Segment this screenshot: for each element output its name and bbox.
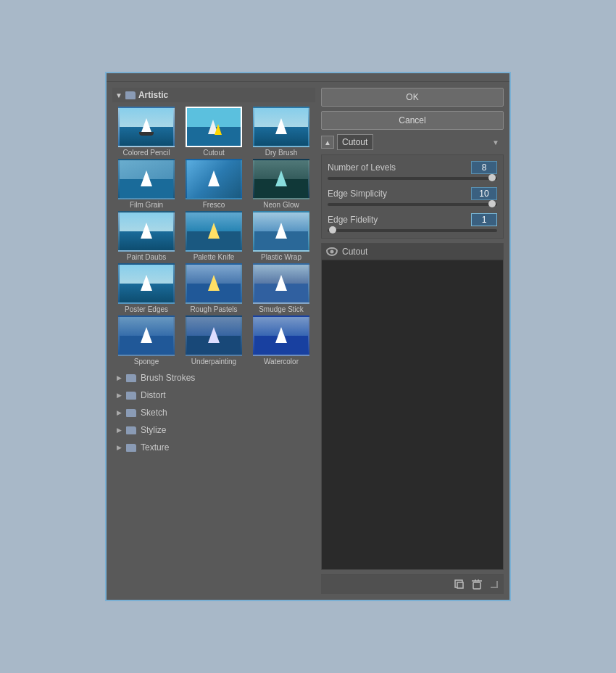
cancel-button[interactable]: Cancel	[321, 111, 504, 130]
edge-simplicity-label: Edge Simplicity	[328, 189, 387, 199]
edge-fidelity-slider-thumb[interactable]	[329, 226, 336, 234]
filter-thumb-film-grain[interactable]	[118, 159, 175, 199]
subcategory-sketch[interactable]: ▶ Sketch	[112, 405, 315, 421]
param-row-edge-fidelity: Edge Fidelity	[328, 213, 497, 232]
filter-item-rough-pastels[interactable]: Rough Pastels	[181, 263, 246, 313]
edge-fidelity-value[interactable]	[471, 213, 497, 226]
svg-rect-2	[473, 582, 480, 589]
levels-value[interactable]	[471, 161, 497, 174]
filter-item-paint-daubs[interactable]: Paint Daubs	[114, 211, 179, 261]
edge-simplicity-slider-track[interactable]	[328, 203, 497, 206]
subcategory-texture[interactable]: ▶ Texture	[112, 439, 315, 455]
texture-label: Texture	[141, 442, 169, 453]
filter-item-film-grain[interactable]: Film Grain	[114, 159, 179, 209]
resize-handle[interactable]	[491, 581, 498, 588]
filter-item-sponge[interactable]: Sponge	[114, 315, 179, 366]
delete-effect-layer-button[interactable]	[470, 578, 483, 591]
filter-gallery-dialog: ▼ Artistic Colored Pencil	[105, 72, 511, 601]
artistic-folder-icon	[125, 91, 136, 99]
filter-label-colored-pencil: Colored Pencil	[122, 149, 170, 157]
filter-thumb-smudge-stick[interactable]	[253, 263, 309, 304]
filter-label-paint-daubs: Paint Daubs	[127, 253, 166, 261]
filter-label-palette-knife: Palette Knife	[193, 253, 235, 261]
param-label-row-levels: Number of Levels	[328, 161, 497, 174]
levels-slider-thumb[interactable]	[488, 174, 496, 181]
subcategory-brush-strokes[interactable]: ▶ Brush Strokes	[112, 370, 315, 386]
edge-simplicity-value[interactable]	[471, 187, 497, 200]
filter-label-plastic-wrap: Plastic Wrap	[261, 253, 301, 261]
filter-thumb-plastic-wrap[interactable]	[253, 211, 309, 252]
filter-item-fresco[interactable]: Fresco	[181, 159, 246, 209]
filter-thumb-dry-brush[interactable]	[253, 107, 309, 147]
levels-slider-track[interactable]	[328, 177, 497, 180]
bottom-toolbar	[321, 574, 504, 594]
new-effect-layer-button[interactable]	[453, 578, 466, 591]
dialog-body: ▼ Artistic Colored Pencil	[107, 82, 509, 600]
param-row-levels: Number of Levels	[328, 161, 497, 180]
filter-select[interactable]: Cutout	[337, 134, 373, 150]
brush-strokes-folder-icon	[126, 374, 136, 382]
select-chevron-icon: ▼	[492, 139, 499, 146]
filter-item-palette-knife[interactable]: Palette Knife	[181, 211, 246, 261]
filter-dropdown-section: ▲ Cutout ▼	[321, 134, 504, 150]
filter-thumb-watercolor[interactable]	[253, 315, 309, 356]
dialog-header	[107, 73, 509, 82]
params-section: Number of Levels Edge Simplicity	[321, 154, 504, 239]
param-label-row-edge-simplicity: Edge Simplicity	[328, 187, 497, 200]
edge-fidelity-label: Edge Fidelity	[328, 215, 378, 225]
preview-header: Cutout	[322, 244, 503, 260]
distort-arrow: ▶	[117, 392, 122, 399]
filter-label-film-grain: Film Grain	[130, 201, 163, 209]
artistic-category-header[interactable]: ▼ Artistic	[112, 88, 315, 102]
levels-label: Number of Levels	[328, 162, 396, 173]
filter-item-plastic-wrap[interactable]: Plastic Wrap	[249, 211, 314, 261]
filter-item-poster-edges[interactable]: Poster Edges	[114, 263, 179, 313]
sketch-folder-icon	[126, 409, 136, 417]
filter-thumb-fresco[interactable]	[186, 159, 242, 199]
edge-fidelity-slider-track[interactable]	[328, 229, 497, 232]
artistic-filter-grid: Colored Pencil Cutout	[112, 104, 315, 368]
edge-simplicity-slider-thumb[interactable]	[488, 200, 496, 207]
svg-rect-1	[457, 582, 463, 588]
filter-item-underpainting[interactable]: Underpainting	[181, 315, 246, 366]
filter-item-cutout[interactable]: Cutout	[181, 107, 246, 157]
stylize-folder-icon	[126, 426, 136, 434]
filter-thumb-paint-daubs[interactable]	[118, 211, 175, 252]
ok-button[interactable]: OK	[321, 88, 504, 107]
subcategory-stylize[interactable]: ▶ Stylize	[112, 422, 315, 438]
filter-label-underpainting: Underpainting	[191, 358, 236, 366]
preview-content	[322, 260, 503, 569]
filter-label-dry-brush: Dry Brush	[265, 149, 297, 157]
sketch-arrow: ▶	[117, 409, 122, 416]
filter-label-fresco: Fresco	[203, 201, 225, 209]
filter-thumb-poster-edges[interactable]	[118, 263, 175, 304]
brush-strokes-arrow: ▶	[117, 374, 122, 381]
texture-arrow: ▶	[117, 444, 122, 451]
filter-label-cutout: Cutout	[203, 149, 224, 157]
subcategory-distort[interactable]: ▶ Distort	[112, 387, 315, 403]
filter-thumb-sponge[interactable]	[118, 315, 175, 356]
texture-folder-icon	[126, 444, 136, 452]
filter-thumb-neon-glow[interactable]	[253, 159, 309, 199]
collapse-button[interactable]: ▲	[321, 136, 334, 149]
filter-thumb-cutout[interactable]	[186, 107, 242, 147]
filter-label-sponge: Sponge	[134, 358, 159, 366]
stylize-label: Stylize	[141, 425, 166, 435]
filter-thumb-underpainting[interactable]	[186, 315, 242, 356]
distort-folder-icon	[126, 392, 136, 400]
filter-label-neon-glow: Neon Glow	[263, 201, 299, 209]
filter-item-watercolor[interactable]: Watercolor	[249, 315, 314, 366]
left-panel: ▼ Artistic Colored Pencil	[112, 88, 315, 594]
filter-item-smudge-stick[interactable]: Smudge Stick	[249, 263, 314, 313]
preview-panel: Cutout	[321, 243, 504, 570]
filter-item-colored-pencil[interactable]: Colored Pencil	[114, 107, 179, 157]
artistic-arrow: ▼	[115, 91, 122, 99]
filter-thumb-colored-pencil[interactable]	[118, 107, 175, 147]
filter-thumb-palette-knife[interactable]	[186, 211, 242, 252]
filter-item-dry-brush[interactable]: Dry Brush	[249, 107, 314, 157]
filter-label-watercolor: Watercolor	[264, 358, 299, 366]
preview-visibility-toggle[interactable]	[326, 247, 338, 256]
filter-item-neon-glow[interactable]: Neon Glow	[249, 159, 314, 209]
preview-label: Cutout	[342, 247, 367, 257]
filter-thumb-rough-pastels[interactable]	[186, 263, 242, 304]
